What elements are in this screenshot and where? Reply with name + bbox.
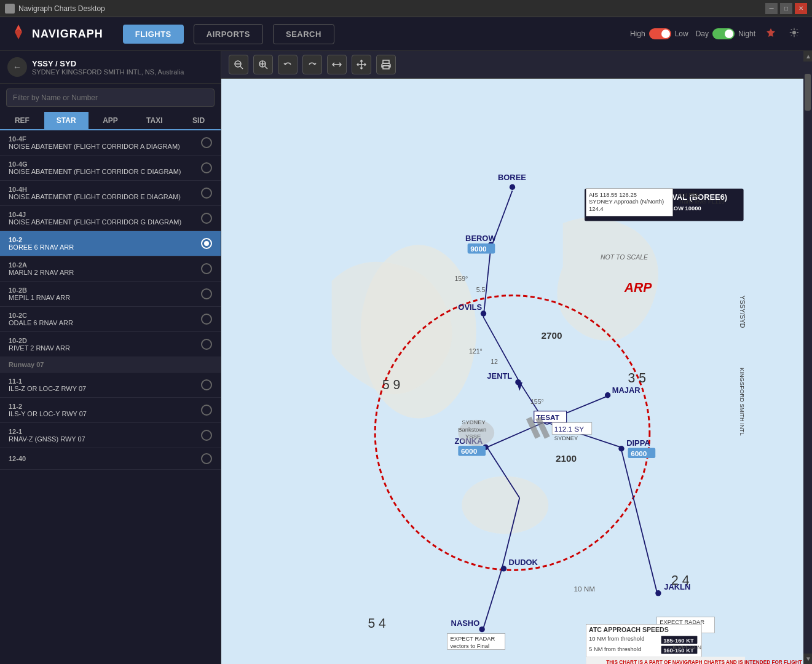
settings-button[interactable] [786,25,802,44]
airport-info: YSSY / SYD SYDNEY KINGSFORD SMITH INTL, … [32,59,184,76]
svg-point-43 [605,392,610,398]
chart-tabs: REF STAR APP TAXI SID [0,112,221,130]
flights-button[interactable]: FLIGHTS [123,25,184,44]
list-item[interactable]: 12-40 [0,448,221,470]
print-button[interactable] [376,55,396,74]
svg-text:BOREE: BOREE [498,173,526,182]
list-item[interactable]: 10-4J NOISE ABATEMENT (FLIGHT CORRIDOR G… [0,206,221,231]
svg-text:159°: 159° [454,275,468,282]
svg-text:155°: 155° [530,398,544,405]
chart-item-text: 10-4G NOISE ABATEMENT (FLIGHT CORRIDOR C… [9,160,201,175]
radio-circle [201,339,212,350]
radio-circle [201,314,212,325]
chart-item-text: 10-2A MARLN 2 RNAV ARR [9,261,201,276]
scroll-down-button[interactable]: ▼ [803,654,812,664]
radio-circle [201,453,212,464]
tab-app[interactable]: APP [89,112,133,129]
day-night-toggle-group: Day Night [696,28,755,39]
day-night-thumb [725,30,733,38]
zoom-in-button[interactable] [253,55,273,74]
svg-text:3 5: 3 5 [628,371,646,385]
high-low-toggle-group: High Low [630,28,688,39]
svg-text:121°: 121° [469,347,483,355]
low-label: Low [675,30,688,38]
rotate-left-button[interactable] [278,55,298,74]
sidebar: ← YSSY / SYD SYDNEY KINGSFORD SMITH INTL… [0,51,221,664]
svg-text:ATC APPROACH SPEEDS: ATC APPROACH SPEEDS [589,626,669,633]
svg-text:JENTL: JENTL [487,371,512,381]
topnav: NAVIGRAPH FLIGHTS AIRPORTS SEARCH High L… [0,17,812,51]
radio-circle [201,188,212,199]
chart-item-text: 11-2 ILS-Y OR LOC-Y RWY 07 [9,403,201,417]
chart-area: ARP [221,51,803,664]
nav-right: High Low Day Night [630,25,802,44]
tab-taxi[interactable]: TAXI [132,112,176,129]
list-item-selected[interactable]: 10-2 BOREE 6 RNAV ARR [0,231,221,256]
svg-text:MAJAR: MAJAR [612,385,641,395]
airports-button[interactable]: AIRPORTS [194,24,263,44]
svg-point-67 [655,590,661,596]
titlebar: Navigraph Charts Desktop ─ □ ✕ [0,0,812,17]
svg-point-59 [501,566,507,571]
maximize-button[interactable]: □ [780,3,792,14]
radio-circle [201,213,212,224]
app-icon [5,4,15,14]
svg-text:10 NM from threshold: 10 NM from threshold [589,635,644,642]
svg-text:NOT TO SCALE: NOT TO SCALE [601,253,648,261]
tab-star[interactable]: STAR [44,112,89,129]
flip-button[interactable] [327,55,347,74]
close-button[interactable]: ✕ [795,3,807,14]
search-button[interactable]: SEARCH [273,24,334,44]
svg-text:5 4: 5 4 [368,616,386,630]
svg-point-17 [462,476,548,534]
chart-viewport[interactable]: ARP [221,79,803,664]
svg-rect-14 [383,66,389,69]
high-low-toggle[interactable] [649,28,671,39]
svg-text:AIS 118.55 126.25: AIS 118.55 126.25 [589,191,637,198]
list-item[interactable]: 10-2D RIVET 2 RNAV ARR [0,332,221,357]
list-item[interactable]: 11-1 ILS-Z OR LOC-Z RWY 07 [0,373,221,398]
scroll-track[interactable] [803,61,812,654]
back-button[interactable]: ← [7,57,27,77]
svg-text:2100: 2100 [556,453,577,464]
location-button[interactable] [763,25,779,44]
tab-ref[interactable]: REF [0,112,44,129]
chart-item-text: 12-40 [9,455,201,462]
high-label: High [630,30,645,38]
tab-sid[interactable]: SID [176,112,221,129]
chart-item-text: 11-1 ILS-Z OR LOC-Z RWY 07 [9,377,201,392]
search-input[interactable] [6,89,215,107]
scroll-up-button[interactable]: ▲ [803,51,812,61]
svg-point-31 [510,184,515,190]
chart-item-text: 10-4H NOISE ABATEMENT (FLIGHT CORRIDOR E… [9,186,201,200]
radio-circle [201,379,212,390]
minimize-button[interactable]: ─ [765,3,778,14]
night-label: Night [738,30,755,38]
svg-point-54 [618,446,624,451]
svg-text:DUDOK: DUDOK [509,558,538,567]
rotate-right-button[interactable] [302,55,322,74]
radio-circle [201,162,212,173]
right-scrollbar[interactable]: ▲ ▼ [803,51,812,664]
svg-point-2 [792,31,796,34]
list-item[interactable]: 10-4G NOISE ABATEMENT (FLIGHT CORRIDOR C… [0,156,221,181]
svg-text:2 4: 2 4 [671,573,690,587]
radio-circle [201,288,212,299]
list-item[interactable]: 10-2C ODALE 6 RNAV ARR [0,307,221,332]
list-item[interactable]: 10-2B MEPIL 1 RNAV ARR [0,282,221,307]
day-night-toggle[interactable] [712,28,735,39]
list-item[interactable]: 10-4H NOISE ABATEMENT (FLIGHT CORRIDOR E… [0,181,221,206]
list-item[interactable]: 11-2 ILS-Y OR LOC-Y RWY 07 [0,398,221,423]
list-item[interactable]: 10-4F NOISE ABATEMENT (FLIGHT CORRIDOR A… [0,130,221,156]
zoom-out-button[interactable] [229,55,248,74]
chart-item-text: 10-2D RIVET 2 RNAV ARR [9,337,201,352]
list-item[interactable]: 10-2A MARLN 2 RNAV ARR [0,256,221,282]
svg-text:YSSE: YSSE [465,433,481,440]
svg-text:THIS CHART IS A PART OF NAVIGR: THIS CHART IS A PART OF NAVIGRAPH CHARTS… [606,660,803,664]
titlebar-left: Navigraph Charts Desktop [5,4,105,14]
list-item[interactable]: 12-1 RNAV-Z (GNSS) RWY 07 [0,423,221,448]
svg-line-5 [240,66,243,69]
scroll-thumb[interactable] [805,74,811,111]
app: NAVIGRAPH FLIGHTS AIRPORTS SEARCH High L… [0,17,812,664]
move-button[interactable] [352,55,371,74]
